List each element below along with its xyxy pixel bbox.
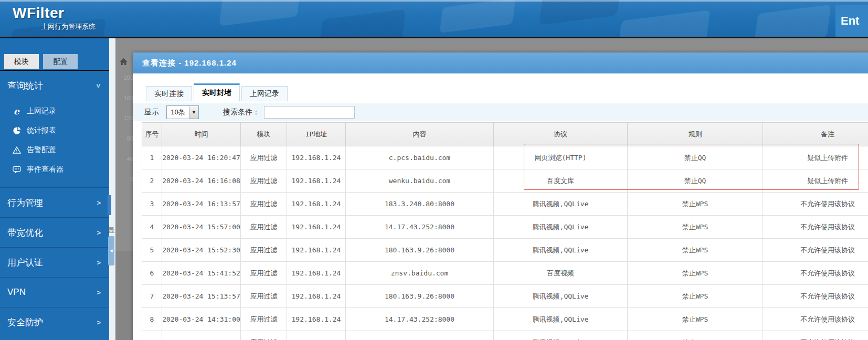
table-cell: 2020-03-24 16:16:08 (162, 169, 241, 193)
table-cell: 2020-03-24 15:57:00 (162, 216, 241, 239)
table-cell: 禁止WPS (628, 262, 763, 285)
table-cell: 14.17.43.252:8000 (346, 308, 494, 331)
table-cell: 2020-03-24 15:13:57 (162, 285, 241, 308)
sidebar-item-user-auth[interactable]: 用户认证> (0, 247, 109, 277)
column-header: 时间 (162, 123, 241, 146)
column-header: 模块 (241, 123, 287, 146)
table-cell: 禁止WPS (628, 285, 763, 308)
sidebar-subitem-label: 上网记录 (27, 107, 56, 116)
chevron-right-icon: > (97, 259, 101, 267)
table-cell: 192.168.1.24 (287, 262, 346, 285)
table-cell: 4 (142, 216, 162, 239)
dialog-tabs: 实时连接实时封堵上网记录 (133, 83, 868, 101)
sidebar-item-label: 用户认证 (7, 257, 43, 269)
app-logo: WFilter (13, 5, 64, 22)
sidebar-item-label: VPN (7, 287, 26, 298)
table-cell: 禁止QQ (628, 169, 763, 193)
background-axis-label: 80 (119, 135, 133, 156)
table-cell: 192.168.1.24 (287, 169, 346, 193)
table-cell: 2020-03-24 16:20:47 (162, 146, 241, 169)
sidebar-tab-config[interactable]: 配置 (43, 54, 78, 69)
table-cell: 疑似上传附件 (763, 146, 868, 169)
sidebar-subitem-event-viewer[interactable]: 事件查看器 (0, 160, 109, 179)
sidebar-subitem-label: 事件查看器 (27, 165, 63, 174)
table-cell: 14.17.43.252:8000 (346, 216, 494, 239)
sidebar-item-label: 安全防护 (7, 316, 43, 328)
table-cell: 192.168.1.24 (287, 193, 346, 216)
chevron-right-icon: > (97, 199, 101, 207)
sidebar-item-behavior-mgmt[interactable]: 行为管理> (0, 187, 109, 217)
table-cell: 禁止WPS (628, 193, 763, 216)
table-cell: 禁止WPS (628, 308, 763, 331)
dialog-tab-realtime-blocking[interactable]: 实时封堵 (194, 83, 240, 101)
sidebar-menu: 查询统计>e上网记录统计报表告警配置事件查看器行为管理>带宽优化>用户认证>VP… (0, 71, 109, 337)
view-connections-dialog: 查看连接 - 192.168.1.24 实时连接实时封堵上网记录 显示 10条 … (133, 52, 868, 340)
select-dropdown-icon[interactable]: ▼ (189, 106, 198, 119)
table-cell: 应用过滤 (241, 239, 287, 262)
column-header: 规则 (628, 123, 763, 146)
app-subtitle: 上网行为管理系统 (41, 22, 96, 31)
table-cell: 192.168.1.24 (287, 239, 346, 262)
table-cell: 应用过滤 (241, 169, 287, 193)
sidebar-item-security[interactable]: 安全防护> (0, 307, 109, 337)
sidebar-item-vpn[interactable]: VPN> (0, 277, 109, 307)
table-cell: 腾讯视频,QQLive (494, 331, 628, 340)
sidebar-tab-modules[interactable]: 模块 (4, 54, 39, 69)
table-row: 12020-03-24 16:20:47应用过滤192.168.1.24c.pc… (142, 146, 868, 169)
table-cell: 不允许使用该协议 (763, 193, 868, 216)
column-header: 备注 (763, 123, 868, 146)
column-header: 序号 (142, 123, 162, 146)
table-cell: 百度视频 (494, 262, 628, 285)
table-cell: 应用过滤 (241, 146, 287, 169)
table-cell: 不允许使用该协议 (763, 331, 868, 340)
sidebar-subitem-web-records[interactable]: e上网记录 (0, 101, 109, 121)
table-cell: 疑似上传附件 (763, 169, 868, 193)
table-cell: 腾讯视频,QQLive (494, 308, 628, 331)
table-row: 82020-03-24 14:31:00应用过滤192.168.1.2414.1… (142, 308, 868, 331)
table-row: 62020-03-24 15:41:52应用过滤192.168.1.24znsv… (142, 262, 868, 285)
background-chart-bar (108, 195, 111, 215)
table-cell: 1 (142, 146, 162, 169)
sidebar-item-label: 行为管理 (7, 197, 43, 209)
show-label: 显示 (144, 108, 159, 117)
table-cell: 腾讯视频,QQLive (494, 285, 628, 308)
table-row: 42020-03-24 15:57:00应用过滤192.168.1.2414.1… (142, 216, 868, 239)
table-cell: 应用过滤 (241, 216, 287, 239)
dialog-tab-web-records[interactable]: 上网记录 (241, 86, 288, 101)
sidebar-subitem-alert-config[interactable]: 告警配置 (0, 140, 109, 160)
page-size-value: 10条 (167, 108, 189, 117)
table-header-row: 序号时间模块IP地址内容协议规则备注 (142, 123, 868, 146)
background-chart-axis: 20016012080400 (119, 75, 133, 196)
column-header: 内容 (346, 123, 494, 146)
table-row: 52020-03-24 15:52:30应用过滤192.168.1.24180.… (142, 239, 868, 262)
table-cell: 腾讯视频,QQLive (494, 239, 628, 262)
table-row: 72020-03-24 15:13:57应用过滤192.168.1.24180.… (142, 285, 868, 308)
page-size-select[interactable]: 10条 ▼ (166, 105, 199, 119)
table-cell: 7 (142, 285, 162, 308)
alert-triangle-icon (12, 146, 22, 154)
keyboard-decoration (219, 0, 300, 26)
event-bubble-icon (12, 165, 22, 174)
sidebar-item-bandwidth-opt[interactable]: 带宽优化> (0, 217, 109, 247)
table-cell: 2020-03-24 16:13:57 (162, 193, 241, 216)
table-cell: 不允许使用该协议 (763, 308, 868, 331)
table-cell: 8 (142, 308, 162, 331)
table-cell: 不允许使用该协议 (763, 216, 868, 239)
dialog-tab-realtime-connections[interactable]: 实时连接 (146, 86, 192, 101)
sidebar-subitem-label: 告警配置 (27, 145, 56, 155)
background-axis-label: 40 (119, 156, 133, 176)
table-cell: 应用过滤 (241, 331, 287, 340)
search-input[interactable] (264, 106, 355, 119)
page: WFilter 上网行为管理系统 Ent 模块 配置 查询统计>e上网记录统计报… (0, 0, 868, 340)
table-cell: 9 (142, 331, 162, 340)
table-row: 92020-03-24 14:13:57应用过滤192.168.1.2414.1… (142, 331, 868, 340)
dialog-title: 查看连接 - 192.168.1.24 (133, 52, 868, 73)
table-cell: 2 (142, 169, 162, 193)
table-cell: 禁止WPS (628, 216, 763, 239)
table-cell: 禁止WPS (628, 331, 763, 340)
sidebar-collapse-handle[interactable]: ◀ (108, 236, 114, 265)
search-label: 搜索条件： (223, 108, 260, 117)
dialog-controls: 显示 10条 ▼ 搜索条件： (133, 103, 868, 121)
sidebar-item-query-stats[interactable]: 查询统计> (0, 71, 109, 100)
sidebar-subitem-stats-report[interactable]: 统计报表 (0, 121, 109, 140)
